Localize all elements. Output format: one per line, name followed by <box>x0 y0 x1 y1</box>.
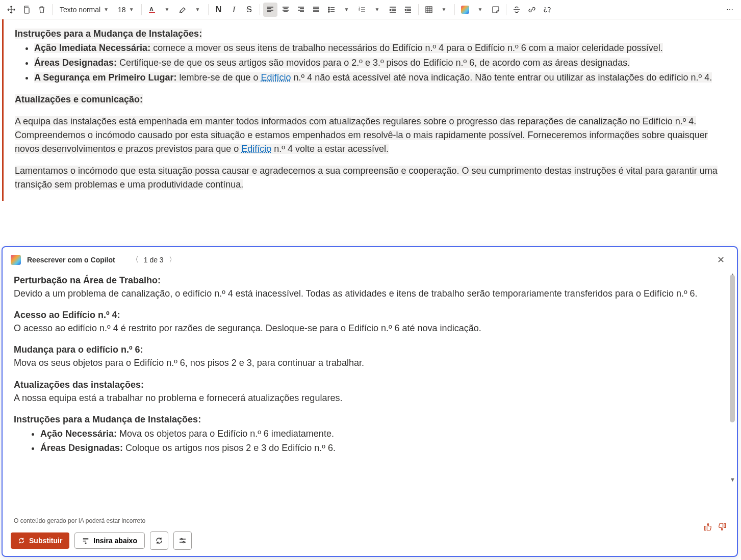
svg-point-10 <box>183 542 184 543</box>
regenerate-button[interactable] <box>150 531 168 550</box>
table-chevron[interactable]: ▼ <box>437 3 451 17</box>
doc-paragraph: Lamentamos o incómodo que esta situação … <box>15 164 727 192</box>
copilot-chevron[interactable]: ▼ <box>473 3 488 17</box>
bullet-list-chevron[interactable]: ▼ <box>340 3 354 17</box>
copilot-suggestion-body[interactable]: Perturbação na Área de Trabalho: Devido … <box>3 273 737 456</box>
numbered-list-button[interactable]: 12 <box>355 3 369 17</box>
svg-text:2: 2 <box>359 9 360 12</box>
section-heading: Atualizações das instalações: <box>14 378 726 391</box>
list-item: Ação Imediata Necessária: comece a mover… <box>34 41 727 55</box>
ai-disclaimer: O conteúdo gerado por IA poderá estar in… <box>3 514 737 527</box>
document-canvas[interactable]: Instruções para a Mudança de Instalações… <box>2 19 738 201</box>
svg-point-9 <box>181 539 182 540</box>
font-size-dropdown[interactable]: 18▼ <box>114 3 138 17</box>
strikethrough-button[interactable]: S <box>242 3 257 17</box>
font-color-chevron[interactable]: ▼ <box>160 3 174 17</box>
formatting-toolbar: Texto normal▼ 18▼ A ▼ ▼ N I S ▼ 12 ▼ ▼ ▼… <box>0 0 741 19</box>
replace-label: Substituir <box>29 537 62 545</box>
copilot-rewrite-panel: Reescrever com o Copilot 〈 1 de 3 〉 ✕ ▲ … <box>2 246 738 557</box>
align-right-button[interactable] <box>294 3 308 17</box>
section-text: A nossa equipa está a trabalhar no probl… <box>14 391 726 405</box>
svg-rect-0 <box>24 8 29 13</box>
copilot-header: Reescrever com o Copilot 〈 1 de 3 〉 ✕ <box>3 247 737 273</box>
replace-button[interactable]: Substituir <box>11 532 69 549</box>
scrollbar-thumb[interactable] <box>730 275 735 422</box>
italic-button[interactable]: I <box>227 3 241 17</box>
chevron-down-icon: ▼ <box>104 7 109 12</box>
copilot-title: Reescrever com o Copilot <box>27 256 115 264</box>
svg-point-4 <box>328 9 329 10</box>
highlight-chevron[interactable]: ▼ <box>191 3 205 17</box>
highlight-button[interactable] <box>175 3 190 17</box>
copilot-icon[interactable] <box>458 3 472 17</box>
prev-suggestion-button[interactable]: 〈 <box>132 255 139 264</box>
list-item: Ação Necessária: Mova os objetos para o … <box>40 427 726 440</box>
bold-button[interactable]: N <box>212 3 226 17</box>
sticker-button[interactable] <box>489 3 503 17</box>
feedback-buttons <box>703 522 727 531</box>
align-center-button[interactable] <box>278 3 293 17</box>
section-heading: Perturbação na Área de Trabalho: <box>14 274 726 287</box>
thumbs-up-button[interactable] <box>703 522 712 531</box>
table-button[interactable] <box>422 3 436 17</box>
section-text: Mova os seus objetos para o Edifício n.º… <box>14 356 726 369</box>
adjust-button[interactable] <box>173 531 192 550</box>
more-options-button[interactable]: ⋯ <box>723 3 737 17</box>
doc-paragraph: A equipa das instalações está empenhada … <box>15 115 727 156</box>
increase-indent-button[interactable] <box>386 3 400 17</box>
numbered-list-chevron[interactable]: ▼ <box>370 3 385 17</box>
svg-text:A: A <box>149 6 154 12</box>
copilot-footer: Substituir Insira abaixo <box>3 527 737 556</box>
section-heading: Acesso ao Edifício n.º 4: <box>14 308 726 322</box>
align-left-button[interactable] <box>263 3 277 17</box>
svg-point-5 <box>328 11 329 12</box>
suggestion-pager: 1 de 3 <box>144 256 164 264</box>
doc-heading: Atualizações e comunicação: <box>15 93 727 106</box>
list-item: Áreas Designadas: Coloque os artigos nos… <box>40 441 726 455</box>
text-style-label: Texto normal <box>60 6 100 14</box>
list-item: Áreas Designadas: Certifique-se de que o… <box>34 56 727 70</box>
strikethrough-s-button[interactable] <box>509 3 524 17</box>
move-icon[interactable] <box>4 3 18 17</box>
doc-heading: Instruções para a Mudança de Instalações… <box>15 29 727 39</box>
bullet-list-button[interactable] <box>324 3 339 17</box>
copy-icon[interactable] <box>19 3 34 17</box>
insert-label: Insira abaixo <box>93 537 137 545</box>
section-heading: Mudança para o edifício n.º 6: <box>14 343 726 356</box>
svg-rect-2 <box>149 12 155 13</box>
next-suggestion-button[interactable]: 〉 <box>169 255 176 264</box>
thumbs-down-button[interactable] <box>718 522 727 531</box>
svg-rect-8 <box>426 7 432 13</box>
list-item: A Segurança em Primeiro Lugar: lembre-se… <box>34 71 727 85</box>
close-button[interactable]: ✕ <box>713 252 729 268</box>
decrease-indent-button[interactable] <box>401 3 415 17</box>
delete-icon[interactable] <box>35 3 49 17</box>
insert-below-button[interactable]: Insira abaixo <box>74 532 145 549</box>
font-size-value: 18 <box>118 6 126 14</box>
unlink-button[interactable] <box>540 3 554 17</box>
font-color-button[interactable]: A <box>145 3 159 17</box>
chevron-down-icon: ▼ <box>129 7 134 12</box>
text-style-dropdown[interactable]: Texto normal▼ <box>56 3 113 17</box>
svg-point-3 <box>328 7 329 8</box>
edificio-link[interactable]: Edifício <box>241 144 271 154</box>
section-text: O acesso ao edifício n.º 4 é restrito po… <box>14 322 726 335</box>
edificio-link[interactable]: Edifício <box>261 72 291 83</box>
copilot-logo-icon <box>11 255 21 265</box>
link-button[interactable] <box>525 3 539 17</box>
scroll-down-icon[interactable]: ▼ <box>730 476 735 483</box>
align-justify-button[interactable] <box>309 3 323 17</box>
section-heading: Instruções para a Mudança de Instalações… <box>14 413 726 426</box>
section-text: Devido a um problema de canalização, o e… <box>14 287 726 300</box>
